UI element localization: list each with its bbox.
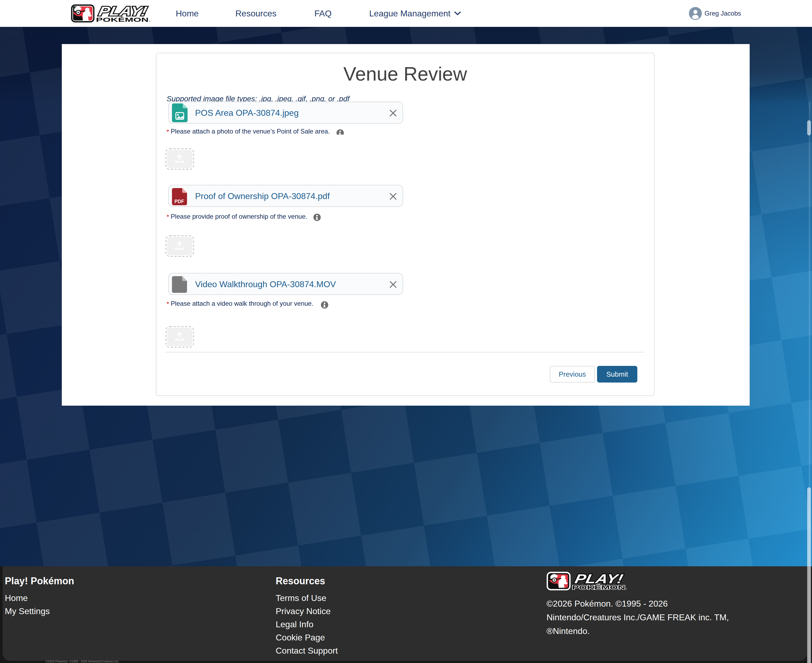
- svg-text:PLAY!: PLAY!: [574, 572, 624, 586]
- svg-text:PLAY!: PLAY!: [97, 4, 148, 18]
- svg-text:POKÉMON: POKÉMON: [96, 16, 149, 23]
- svg-text:™: ™: [626, 588, 627, 590]
- svg-text:POKÉMON: POKÉMON: [572, 584, 625, 590]
- svg-text:PDF: PDF: [175, 199, 184, 204]
- svg-text:™: ™: [149, 20, 150, 23]
